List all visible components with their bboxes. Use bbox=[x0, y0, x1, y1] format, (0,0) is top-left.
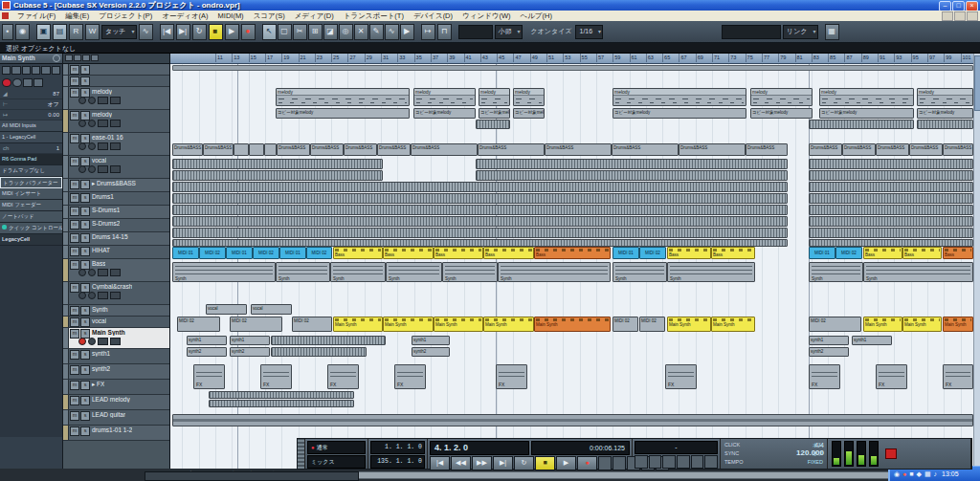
part-Main Synth[interactable]: Main Synth bbox=[483, 317, 534, 332]
mute-button[interactable]: m bbox=[70, 396, 79, 405]
track-row-Drums&BASS[interactable]: ms▸ Drums&BASS bbox=[63, 179, 169, 192]
tool-button-6[interactable]: ✕ bbox=[354, 24, 368, 40]
part-synth1[interactable]: synth1 bbox=[852, 336, 892, 345]
track-row-vocal[interactable]: msvocal bbox=[63, 156, 169, 179]
menu-item-1[interactable]: 編集(E) bbox=[60, 11, 94, 21]
part[interactable] bbox=[809, 193, 973, 204]
part[interactable] bbox=[809, 216, 973, 227]
part-Bass[interactable]: Bass bbox=[902, 247, 942, 259]
part-synth1[interactable]: synth1 bbox=[187, 336, 227, 345]
part[interactable] bbox=[809, 239, 973, 247]
part-MIDI 02[interactable]: MIDI 02 bbox=[199, 247, 226, 259]
track-row-0[interactable]: ms bbox=[63, 64, 169, 76]
transport-button-3[interactable]: ▶| bbox=[493, 456, 513, 470]
track-row-vocal[interactable]: msvocal bbox=[63, 317, 169, 328]
part-synth2[interactable]: synth2 bbox=[809, 347, 849, 357]
part[interactable] bbox=[172, 205, 788, 215]
track-row-Drums 14-15[interactable]: msDrums 14-15 bbox=[63, 232, 169, 246]
part-Main Synth[interactable]: Main Synth bbox=[667, 317, 711, 332]
track-row-LEAD guitar[interactable]: msLEAD guitar bbox=[63, 410, 169, 426]
mute-button[interactable]: m bbox=[70, 207, 79, 216]
midi-channel-row[interactable]: ch1 bbox=[0, 143, 62, 154]
automation-read-button[interactable]: R bbox=[69, 24, 83, 40]
part-FX[interactable]: FX bbox=[809, 364, 840, 389]
part-Main Synth[interactable]: Main Synth bbox=[383, 317, 434, 332]
part-Bass[interactable]: Bass bbox=[863, 247, 902, 259]
track-row-Synth[interactable]: msSynth bbox=[63, 305, 169, 317]
part[interactable] bbox=[809, 159, 973, 169]
quantize-combo[interactable]: 1/16 bbox=[575, 25, 603, 39]
solo-button[interactable]: s bbox=[80, 65, 90, 75]
part-MIDI 02[interactable]: MIDI 02 bbox=[612, 317, 638, 332]
drum-map-combo[interactable]: ドラムマップなし bbox=[0, 165, 62, 177]
menu-item-2[interactable]: プロジェクト(P) bbox=[94, 11, 157, 21]
time-signature-display[interactable]: 4/4 bbox=[796, 442, 824, 448]
part-Bass[interactable]: Bass bbox=[483, 247, 534, 259]
part-FX[interactable]: FX bbox=[665, 364, 697, 389]
tool-button-3[interactable]: ⊞ bbox=[308, 24, 323, 40]
automation-write-button[interactable]: W bbox=[85, 24, 100, 40]
tool-button-9[interactable]: ▶ bbox=[400, 24, 414, 40]
mute-button[interactable]: m bbox=[70, 381, 79, 390]
part-FX[interactable]: FX bbox=[943, 364, 973, 389]
part[interactable] bbox=[917, 120, 973, 129]
mute-button[interactable]: m bbox=[70, 317, 79, 327]
part-FX[interactable]: FX bbox=[876, 364, 907, 389]
transport-button-4[interactable]: ↻ bbox=[514, 456, 534, 470]
track-controls[interactable] bbox=[78, 97, 121, 104]
part-コピー対象melody[interactable]: コピー対象melody bbox=[750, 108, 813, 119]
track-scale-icon[interactable] bbox=[91, 55, 99, 61]
snap-button[interactable]: ⊓ bbox=[437, 24, 452, 40]
part[interactable] bbox=[476, 120, 510, 129]
part[interactable] bbox=[234, 143, 249, 156]
automation-follow-button[interactable]: ▤ bbox=[53, 24, 67, 40]
inspector-section-2[interactable]: ノートパッド bbox=[0, 211, 62, 223]
part[interactable] bbox=[809, 205, 973, 215]
delay-row[interactable]: ↦0.00 bbox=[0, 110, 62, 120]
color-display[interactable] bbox=[722, 25, 781, 39]
part-Bass[interactable]: Bass bbox=[434, 247, 483, 259]
mute-button[interactable]: m bbox=[70, 77, 79, 86]
part[interactable] bbox=[209, 391, 354, 399]
record-enable-icon[interactable] bbox=[2, 78, 11, 87]
solo-button[interactable]: s bbox=[80, 247, 90, 256]
part-MIDI 01[interactable]: MIDI 01 bbox=[809, 247, 835, 259]
solo-button[interactable]: s bbox=[80, 193, 90, 203]
track-row-synth1[interactable]: mssynth1 bbox=[63, 349, 169, 364]
transport-button-5[interactable]: ■ bbox=[535, 456, 555, 470]
automation-mode-combo[interactable]: タッチ bbox=[101, 25, 137, 39]
solo-button[interactable]: s bbox=[80, 381, 90, 390]
part-Main Synth[interactable]: Main Synth bbox=[534, 317, 611, 332]
part-Synth[interactable]: Synth bbox=[498, 262, 611, 282]
track-view-icon[interactable] bbox=[74, 55, 81, 61]
part-Synth[interactable]: Synth bbox=[667, 262, 755, 282]
part-Main Synth[interactable]: Main Synth bbox=[943, 317, 973, 332]
solo-button[interactable]: s bbox=[80, 396, 90, 405]
tempo-row-value[interactable]: FIXED bbox=[778, 458, 825, 467]
part-melody[interactable]: melody bbox=[513, 88, 545, 106]
part-MIDI 02[interactable]: MIDI 02 bbox=[177, 317, 220, 332]
part-MIDI 01[interactable]: MIDI 01 bbox=[226, 247, 253, 259]
part[interactable] bbox=[172, 159, 383, 169]
vertical-scrollbar-thumb[interactable] bbox=[974, 55, 980, 111]
menu-item-8[interactable]: デバイス(D) bbox=[409, 11, 457, 21]
track-row-ease-01 16[interactable]: msease-01 16 bbox=[63, 133, 169, 156]
part-melody[interactable]: melody bbox=[917, 88, 973, 106]
constrain-button[interactable]: ▣ bbox=[36, 24, 51, 40]
part-Main Synth[interactable]: Main Synth bbox=[863, 317, 902, 332]
part[interactable] bbox=[476, 170, 788, 181]
transport-button-1[interactable]: ◀◀ bbox=[451, 456, 471, 470]
grid-combo[interactable]: リンク bbox=[783, 25, 818, 39]
part-MIDI 02[interactable]: MIDI 02 bbox=[306, 247, 332, 259]
track-row-FX[interactable]: ms▸ FX bbox=[63, 380, 169, 395]
right-locator-display[interactable]: 135. 1. 1. 0 bbox=[370, 455, 425, 469]
part-Synth[interactable]: Synth bbox=[330, 262, 386, 282]
mute-button[interactable]: m bbox=[70, 220, 79, 230]
inspector-edit-icon[interactable] bbox=[53, 55, 60, 62]
track-controls[interactable] bbox=[78, 142, 121, 150]
part-MIDI 02[interactable]: MIDI 02 bbox=[253, 247, 279, 259]
inspector-writeauto-button[interactable] bbox=[32, 66, 40, 75]
part-Synth[interactable]: Synth bbox=[809, 262, 863, 282]
track-controls[interactable] bbox=[78, 165, 121, 173]
part-synth1[interactable]: synth1 bbox=[230, 336, 270, 345]
